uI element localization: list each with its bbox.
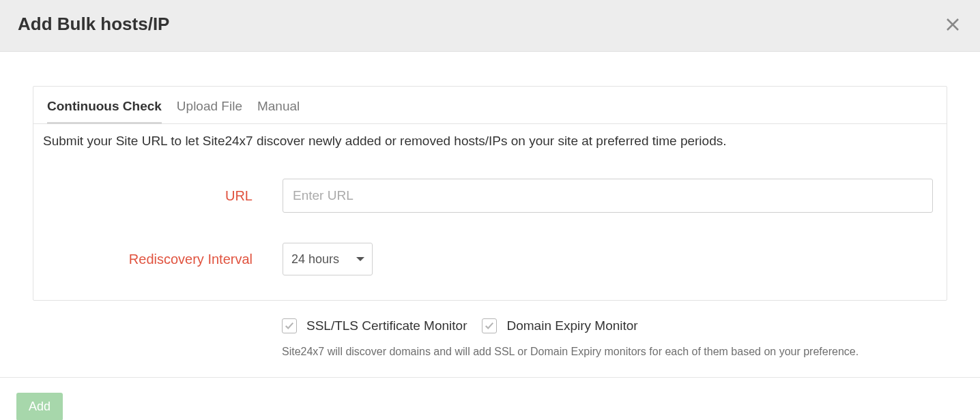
ssl-checkbox-label: SSL/TLS Certificate Monitor (306, 318, 467, 333)
checkmark-icon (485, 321, 494, 331)
url-input-wrap (283, 179, 933, 213)
interval-label: Rediscovery Interval (47, 252, 283, 267)
checkbox-group: SSL/TLS Certificate Monitor Domain Expir… (282, 318, 638, 333)
checkbox-item-ssl: SSL/TLS Certificate Monitor (282, 318, 467, 333)
close-icon (945, 16, 961, 33)
interval-input-wrap (283, 243, 933, 275)
url-label: URL (47, 188, 283, 204)
page-title: Add Bulk hosts/IP (18, 14, 169, 35)
checkbox-section: SSL/TLS Certificate Monitor Domain Expir… (33, 301, 947, 333)
add-button[interactable]: Add (16, 393, 63, 420)
close-button[interactable] (943, 15, 962, 34)
dialog-header: Add Bulk hosts/IP (0, 0, 980, 52)
url-input[interactable] (283, 179, 933, 213)
ssl-checkbox[interactable] (282, 318, 297, 333)
tab-description: Submit your Site URL to let Site24x7 dis… (33, 124, 947, 149)
help-text-spacer (46, 346, 282, 358)
dialog-footer: Add (0, 377, 980, 420)
checkbox-item-domain: Domain Expiry Monitor (482, 318, 637, 333)
tab-upload-file[interactable]: Upload File (177, 99, 242, 123)
interval-select[interactable] (283, 243, 373, 275)
content-area: Continuous Check Upload File Manual Subm… (0, 52, 980, 358)
help-text: Site24x7 will discover domains and will … (282, 346, 859, 358)
help-text-row: Site24x7 will discover domains and will … (33, 333, 947, 358)
tabs: Continuous Check Upload File Manual (33, 87, 947, 124)
domain-checkbox-label: Domain Expiry Monitor (506, 318, 637, 333)
form-row-url: URL (33, 179, 947, 213)
tab-continuous-check[interactable]: Continuous Check (47, 99, 162, 123)
form-row-interval: Rediscovery Interval (33, 243, 947, 275)
interval-select-wrap (283, 243, 373, 275)
form-panel: Continuous Check Upload File Manual Subm… (33, 86, 947, 301)
checkmark-icon (285, 321, 294, 331)
domain-checkbox[interactable] (482, 318, 497, 333)
tab-manual[interactable]: Manual (257, 99, 300, 123)
